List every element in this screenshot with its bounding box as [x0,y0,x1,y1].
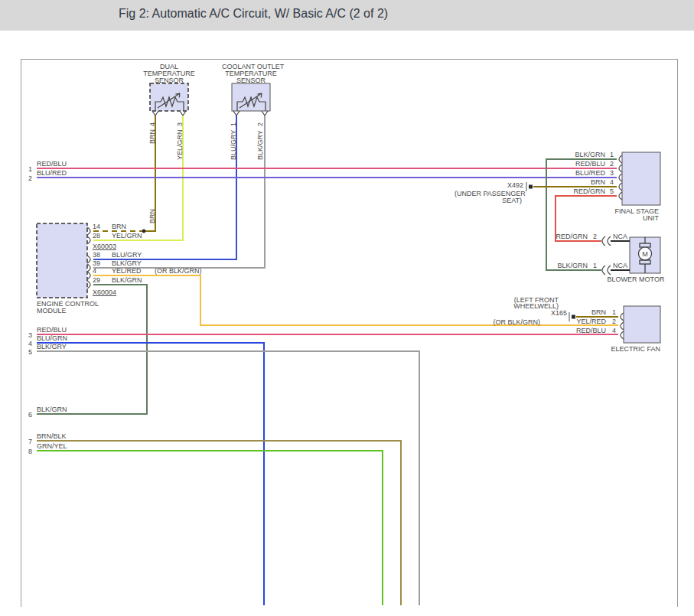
ecm-box [37,223,87,298]
blower-inline-connector-icons [602,236,611,275]
sensor-pin-arrow-icons [152,111,268,116]
fsu-pin1-number: 1 [608,151,614,158]
fsu-pin5-wire: RED/GRN [546,187,605,195]
edge-7-label: BRN/BLK [37,432,67,440]
fan-pin2-number: 2 [610,318,616,325]
wire-5-blk-gry [37,351,419,605]
fan-alt-wire: (OR BLK/GRN) [473,318,540,326]
ecm-pin-glyphs [87,227,90,288]
fsu-pin4-wire: BRN [546,178,605,186]
fsu-pin4-number: 4 [608,178,614,186]
fan-name: ELECTRIC FAN [603,345,660,353]
dual-pin4-number: 4 [148,122,156,126]
ecm-pin28-wire: YEL/GRN [112,232,142,240]
wiring-diagram-page: Fig 2: Automatic A/C Circuit, W/ Basic A… [0,0,694,616]
fsu-pin2-number: 2 [608,160,614,168]
edge-2-number: 2 [21,174,32,182]
blower-pin2-wire: RED/GRN [542,233,588,240]
dual-pin3-number: 3 [176,122,184,126]
ecm-pin14-number: 14 [93,223,100,230]
wire-label-blk-gry: BLK/GRY [256,130,264,160]
ecm-connector-x60004[interactable]: X60004 [93,288,116,296]
ecm-pin4-alt-wire: (OR BLK/GRN) [155,267,202,275]
fsu-pin2-wire: RED/BLU [546,160,605,168]
wire-4-blu-grn [37,343,264,605]
fan-connector-x165: X165 [534,309,567,317]
edge-8-number: 8 [21,448,32,455]
edge-4-label: BLU/GRN [37,334,67,342]
edge-5-label: BLK/GRY [37,343,67,350]
fsu-pin1-wire: BLK/GRN [546,151,605,158]
ecm-name-line2: MODULE [37,307,67,315]
edge-3-number: 3 [21,331,32,339]
fsu-pin3-wire: BLU/RED [546,169,605,177]
edge-8-label: GRN/YEL [37,442,67,450]
wire-label-brn: BRN [148,129,156,144]
blower-pin2-number: 2 [591,233,597,240]
edge-1-number: 1 [21,165,32,173]
fan-pin1-number: 1 [610,308,616,316]
fsu-name-line2: UNIT [604,214,659,222]
fsu-pin-glyphs [619,155,622,200]
edge-6-label: BLK/GRN [37,406,67,413]
coolant-sensor-name-line3: SENSOR [222,77,280,84]
splice-dot [142,230,146,233]
ecm-pin4-wire: YEL/RED [112,267,142,275]
edge-1-label: RED/BLU [37,160,67,168]
wire-label-yel-grn: YEL/GRN [176,129,184,160]
final-stage-unit-box [622,152,660,205]
ecm-pin28-number: 28 [93,232,100,240]
blower-pin1-nca: NCA [613,262,627,269]
fsu-pin5-number: 5 [608,187,614,195]
fsu-connector-x492: X492 [490,181,523,189]
edge-3-label: RED/BLU [37,326,67,334]
coolant-pin1-number: 1 [230,122,237,126]
blower-pin2-nca: NCA [613,233,627,240]
ecm-pin14-wire: BRN [112,223,126,230]
coolant-pin2-number: 2 [256,122,264,126]
edge-5-number: 5 [21,348,32,356]
x492-connector-icon [526,182,533,191]
wire-7-brn-blk [37,441,401,605]
dual-sensor-name-line3: SENSOR [142,77,196,84]
fsu-pin3-number: 3 [608,169,614,177]
wire-label-blu-gry: BLU/GRY [230,130,237,160]
ecm-pin4-number: 4 [93,267,96,275]
ecm-pin29-wire: BLK/GRN [112,276,142,284]
edge-4-number: 4 [21,340,32,347]
wire-8-grn-yel [37,451,383,605]
fan-pin4-number: 4 [610,327,616,334]
blower-pin1-number: 1 [591,262,597,269]
edge-6-number: 6 [21,411,32,419]
ecm-pin39-number: 39 [93,259,100,267]
electric-fan-box [624,306,660,343]
ecm-pin29-number: 29 [93,276,100,284]
fsu-location-line2: SEAT) [455,197,522,204]
fan-pin4-wire: RED/BLU [546,327,606,334]
wire-label-brn-2: BRN [148,209,156,223]
ecm-connector-x60003[interactable]: X60003 [93,243,116,250]
ecm-pin38-number: 38 [93,251,100,259]
blower-pin1-wire: BLK/GRN [542,262,588,269]
ecm-pin39-wire: BLK/GRY [112,259,142,267]
edge-2-label: BLU/RED [37,169,67,177]
motor-letter: M [641,250,649,258]
fan-pin-glyphs [621,313,624,339]
blower-name: BLOWER MOTOR [594,275,678,283]
edge-7-number: 7 [21,438,32,445]
ecm-pin38-wire: BLU/GRY [112,251,142,259]
fan-pin2-wire: YEL/RED [546,318,606,325]
